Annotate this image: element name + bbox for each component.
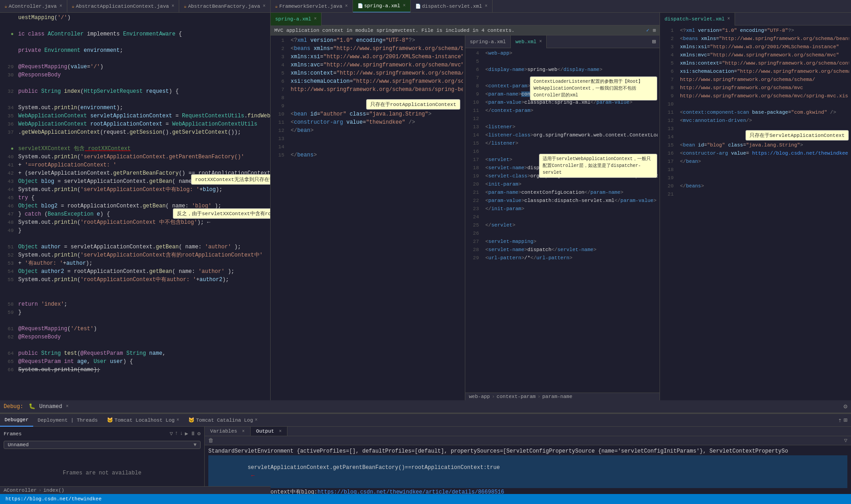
frames-label: Frames — [4, 431, 22, 437]
web-xml-breadcrumb: web-app › context-param › param-name — [465, 393, 660, 400]
xml-info-link[interactable]: ✓ — [646, 27, 650, 33]
debug-close[interactable]: × — [66, 404, 69, 409]
output-toolbar: 🗑 ▽ — [205, 436, 851, 445]
code-line: </listener> — [483, 139, 658, 147]
tab-acontroller[interactable]: ☕ AController.java × — [0, 0, 67, 13]
output-clear[interactable]: 🗑 — [208, 437, 214, 444]
debug-settings[interactable]: ⚙ — [844, 403, 847, 410]
dispatch-code[interactable]: <?xml version="1.0" encoding="UTF-8"?> <… — [676, 25, 851, 400]
frames-up[interactable]: ↑ — [175, 430, 178, 437]
tab-abstractapp[interactable]: ☕ AbstractApplicationContext.java × — [67, 0, 180, 13]
tab-frameworkservlet[interactable]: ☕ FrameworkServlet.java × — [271, 0, 353, 13]
code-line — [16, 79, 270, 87]
code-line: </init-param> — [483, 205, 658, 213]
xml-expand-btn[interactable]: ⊞ — [653, 27, 656, 33]
rootxx-annotation-text: rootXXContext无法拿到只存在于servletXXContext中的b… — [195, 177, 271, 182]
tab-catalina-log[interactable]: 🐱 Tomcat Catalina Log × — [184, 414, 262, 427]
output-filter[interactable]: ▽ — [844, 437, 847, 444]
minimize-btn[interactable]: ⇡ — [838, 416, 841, 424]
expand-web-xml[interactable]: ⊞ — [649, 38, 660, 45]
frames-step[interactable]: ⏸ — [190, 430, 196, 437]
code-line: xmlns:xsi="http://www.w3.org/2001/XMLSch… — [289, 53, 463, 61]
catalina-tab-close[interactable]: × — [255, 418, 257, 423]
expand-debug-btn[interactable]: ⊞ — [844, 416, 847, 424]
tab-spring-a[interactable]: spring-a.xml × — [271, 13, 322, 25]
output-panel-tabs: Variables × Output × — [205, 427, 851, 436]
annotation-rootxx: rootXXContext无法拿到只存在于servletXXContext中的b… — [191, 174, 271, 185]
code-line: xsi:schemaLocation="http://www.springfra… — [678, 67, 849, 76]
code-line: public String index(HttpServletRequest r… — [16, 87, 270, 96]
tab-close-4[interactable]: × — [345, 4, 348, 9]
tab-web-xml[interactable]: web.xml × — [511, 35, 547, 48]
code-line: @RequestMapping('/test') — [16, 325, 270, 333]
tab-close-spring-a[interactable]: × — [314, 16, 317, 21]
code-line: <servlet-name>dispatch</servlet-name> — [483, 246, 658, 254]
expand-icon: ⊞ — [652, 38, 656, 45]
variables-tab-close[interactable]: × — [242, 429, 245, 434]
debug-label: Debug: — [4, 403, 23, 410]
code-line: xsi:schemaLocation="http://www.springfra… — [289, 77, 463, 86]
code-line: <listener> — [483, 123, 658, 131]
code-line: <servlet-mapping> — [483, 237, 658, 246]
code-line: public String test(@RequestParam String … — [16, 349, 270, 358]
code-line: private Environment environment; — [16, 46, 270, 55]
tab-variables[interactable]: Variables × — [205, 427, 251, 436]
tab-output[interactable]: Output × — [251, 427, 287, 436]
spring-a-code[interactable]: <?xml version="1.0" encoding="UTF-8"?> <… — [287, 35, 465, 400]
code-line: WebApplicationContext rootApplicationCon… — [16, 120, 270, 128]
code-line: <mvc:annotation-driven/> — [678, 116, 849, 125]
debug-bar: Debug: 🐛 Unnamed × ⚙ — [0, 400, 851, 413]
tab-close[interactable]: × — [60, 4, 62, 9]
tab-close-web[interactable]: × — [539, 39, 542, 44]
code-line: @RequestParam int age, User user) { — [16, 358, 270, 366]
tab-dispatch-xml[interactable]: dispatch-servlet.xml × — [660, 13, 735, 25]
tab-deployment[interactable]: Deployment | Threads — [33, 414, 102, 427]
dispatch-tab-close[interactable]: × — [727, 16, 730, 21]
spring-a-sub-label: spring-a.xml — [470, 39, 506, 45]
code-line: + '==rootApplicationContext: ' — [16, 161, 270, 169]
tab-close-5[interactable]: × — [403, 3, 406, 8]
variables-tab-label: Variables — [210, 428, 237, 434]
code-line: System.out.println('servletApplicationCo… — [16, 251, 270, 259]
tab-localhost-log[interactable]: 🐱 Tomcat Localhost Log × — [102, 414, 184, 427]
frames-filter[interactable]: ▽ — [170, 430, 173, 437]
frames-resume[interactable]: ▶ — [185, 430, 188, 437]
tab-close-6[interactable]: × — [485, 4, 488, 9]
tab-spring-xml[interactable]: 📄 spring-a.xml × — [353, 0, 411, 13]
output-line-2: servletApplicationContext.getParentBeanF… — [208, 455, 847, 488]
code-line — [16, 96, 270, 104]
frames-down[interactable]: ↓ — [180, 430, 183, 437]
java-icon: ☕ — [5, 4, 7, 9]
localhost-log-label: Tomcat Localhost Log — [115, 418, 175, 423]
localhost-tab-close[interactable]: × — [176, 418, 179, 423]
code-line — [678, 166, 849, 174]
code-line: System.out.println('rootApplicationConte… — [16, 218, 270, 227]
tab-debugger[interactable]: Debugger — [0, 414, 33, 427]
java-icon-2: ☕ — [72, 4, 75, 9]
code-line: </beans> — [289, 151, 463, 159]
tab-abstractbean[interactable]: ☕ AbstractBeanFactory.java × — [179, 0, 270, 13]
code-line: <param-value>classpath:dispatch-servlet.… — [483, 197, 658, 205]
tab-dispatch-xml[interactable]: 📄 dispatch-servlet.xml × — [411, 0, 493, 13]
tab-close-2[interactable]: × — [171, 4, 174, 9]
tab-close-3[interactable]: × — [263, 4, 266, 9]
code-line: <url-pattern>/*</url-pattern> — [483, 254, 658, 262]
code-line — [483, 115, 658, 123]
code-line — [16, 292, 270, 300]
web-xml-line-numbers: 4 5 6 7 8 9 10 11 12 13 14 15 16 — [465, 48, 482, 400]
code-line — [289, 143, 463, 151]
code-line: <param-name>contextConfigLocation</param… — [483, 188, 658, 197]
code-line: <constructor-arg value= https://blog.csd… — [678, 149, 849, 157]
tab-spring-a-sub[interactable]: spring-a.xml — [465, 35, 511, 48]
frames-options[interactable]: ⚙ — [197, 430, 201, 437]
code-line: return 'index'; — [16, 300, 270, 308]
code-editor[interactable]: uestMapping('/') ic class AController im… — [16, 13, 270, 400]
output-tab-close[interactable]: × — [279, 429, 282, 434]
thread-selector[interactable]: Unnamed ▼ — [4, 441, 201, 449]
web-xml-code[interactable]: <web-app> <display-name>spring-web</disp… — [482, 48, 660, 400]
code-line: <web-app> — [483, 49, 658, 57]
code-line: <constructor-arg value="thewindkee" /> — [289, 118, 463, 126]
code-line: <display-name>spring-web</display-name> — [483, 66, 658, 74]
code-line: <listener-class>org.springframework.web.… — [483, 131, 658, 139]
code-line: xmlns:xsi="http://www.w3.org/2001/XMLSch… — [678, 43, 849, 51]
